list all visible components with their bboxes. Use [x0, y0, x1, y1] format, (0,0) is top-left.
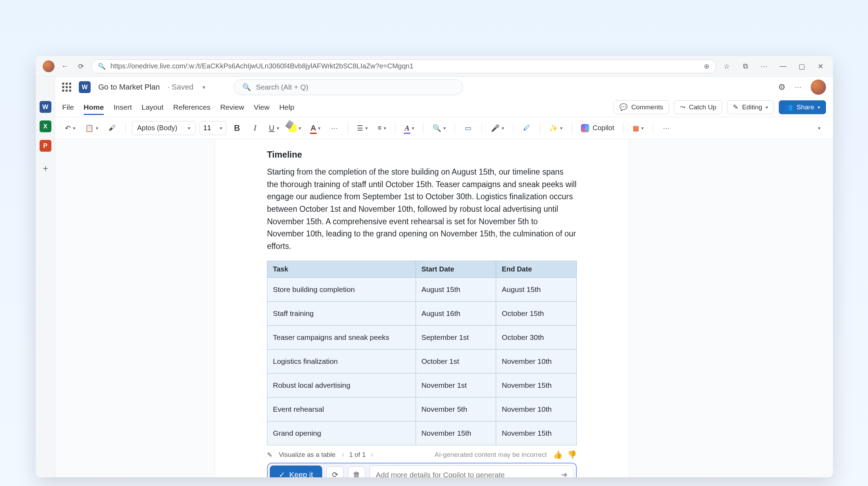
copilot-button[interactable]: Copilot	[578, 121, 617, 135]
chevron-down-icon[interactable]: ▾	[202, 84, 205, 91]
settings-gear-icon[interactable]: ⚙	[778, 82, 786, 92]
document-page[interactable]: Timeline Starting from the completion of…	[215, 139, 629, 477]
thumbs-down-icon[interactable]: 👎	[567, 450, 577, 459]
thumbs-up-icon[interactable]: 👍	[553, 450, 562, 459]
cell-task: Staff training	[267, 302, 416, 326]
undo-button[interactable]: ↶ ▾	[62, 121, 78, 135]
table-row: Store building completionAugust 15thAugu…	[267, 278, 577, 302]
favorite-icon[interactable]: ☆	[721, 61, 732, 72]
menu-references[interactable]: References	[173, 100, 210, 115]
menu-file[interactable]: File	[62, 100, 74, 115]
col-end: End Date	[496, 261, 577, 278]
keep-it-button[interactable]: ✓Keep it	[270, 466, 322, 477]
refresh-button[interactable]: ⟳	[75, 61, 86, 72]
designer-button[interactable]: ✨ ▾	[546, 121, 565, 135]
rail-app-powerpoint[interactable]: P	[40, 140, 51, 152]
visualize-label[interactable]: Visualize as a table	[279, 451, 335, 459]
check-icon: ✓	[279, 470, 285, 477]
menu-view[interactable]: View	[254, 100, 269, 115]
format-painter-button[interactable]: 🖌	[105, 121, 119, 135]
profile-avatar[interactable]	[43, 60, 55, 72]
document-title[interactable]: Go to Market Plan	[98, 83, 160, 92]
dictate-button[interactable]: 🎤 ▾	[488, 121, 507, 135]
cell-end: November 10th	[496, 350, 577, 374]
bold-button[interactable]: B	[230, 121, 244, 135]
url-text: https://onedrive.live.com/:w:/t/EaCKkPs6…	[110, 62, 414, 70]
more-icon[interactable]: ⋯	[759, 61, 770, 72]
cell-start: August 15th	[416, 278, 496, 302]
regenerate-button[interactable]: ⟳	[326, 466, 344, 477]
chevron-down-icon: ▾	[188, 125, 190, 131]
rail-add-app[interactable]: ＋	[40, 162, 51, 174]
address-bar[interactable]: 🔍 https://onedrive.live.com/:w:/t/EaCKkP…	[91, 59, 716, 73]
ribbon-collapse-chevron-icon[interactable]: ▾	[812, 121, 826, 135]
rail-app-excel[interactable]: X	[40, 120, 51, 132]
cell-start: August 16th	[416, 302, 496, 326]
menu-review[interactable]: Review	[220, 100, 244, 115]
find-button[interactable]: 🔍 ▾	[430, 121, 449, 135]
font-size-select[interactable]: 11▾	[200, 121, 226, 135]
next-result-button[interactable]: ›	[370, 450, 373, 459]
cell-start: November 5th	[416, 397, 496, 421]
editing-mode-button[interactable]: ✎Editing▾	[727, 100, 774, 114]
comment-icon: 💬	[619, 103, 628, 111]
more-icon[interactable]: ⋯	[793, 82, 804, 93]
comments-button[interactable]: 💬Comments	[614, 100, 669, 114]
cell-end: November 15th	[496, 421, 577, 445]
save-status: · Saved	[167, 83, 193, 92]
copilot-prompt-box[interactable]: ➜	[369, 466, 574, 477]
app-launcher-icon[interactable]	[62, 83, 71, 92]
maximize-button[interactable]: ▢	[796, 61, 807, 72]
clear-formatting-button[interactable]: A▾	[402, 121, 417, 135]
rail-app-word[interactable]: W	[40, 101, 51, 113]
cell-start: October 1st	[416, 350, 496, 374]
title-bar: W Go to Market Plan · Saved ▾ 🔍 ⚙ ⋯	[55, 77, 833, 98]
discard-button[interactable]: 🗑	[348, 466, 365, 477]
ai-disclaimer: AI-generated content may be incorrect	[435, 451, 547, 459]
paste-button[interactable]: 📋 ▾	[82, 121, 101, 135]
more-commands-button[interactable]: ⋯	[659, 121, 673, 135]
italic-button[interactable]: I	[248, 121, 262, 135]
cell-end: October 30th	[496, 326, 577, 350]
back-button[interactable]: ←	[59, 61, 70, 72]
app-rail: W X P ＋	[36, 77, 55, 477]
user-avatar[interactable]	[811, 79, 826, 95]
font-color-button[interactable]: A▾	[308, 121, 324, 135]
underline-button[interactable]: U▾	[266, 121, 282, 135]
menu-help[interactable]: Help	[279, 100, 294, 115]
collections-icon[interactable]: ⧉	[740, 61, 751, 72]
page-indicator: 1 of 1	[349, 451, 366, 459]
chevron-down-icon: ▾	[220, 125, 222, 131]
cell-task: Robust local advertising	[267, 374, 416, 397]
highlight-color-button[interactable]: ▾	[286, 121, 304, 135]
minimize-button[interactable]: —	[777, 61, 788, 72]
menu-layout[interactable]: Layout	[142, 100, 164, 115]
alignment-button[interactable]: ≡ ▾	[375, 121, 389, 135]
more-font-button[interactable]: ⋯	[327, 121, 341, 135]
close-button[interactable]: ✕	[815, 61, 826, 72]
cell-task: Grand opening	[267, 421, 416, 445]
cell-end: November 10th	[496, 397, 577, 421]
editor-button[interactable]: 🖊	[520, 121, 534, 135]
send-icon[interactable]: ➜	[561, 470, 567, 477]
shield-icon[interactable]: ⊕	[704, 62, 710, 70]
immersive-reader-button[interactable]: ▭	[461, 121, 475, 135]
cell-start: November 1st	[416, 374, 496, 397]
copilot-prompt-input[interactable]	[376, 471, 561, 477]
bullets-button[interactable]: ☰ ▾	[354, 121, 370, 135]
search-box[interactable]: 🔍	[234, 79, 463, 95]
cell-end: August 15th	[496, 278, 577, 302]
table-row: Teaser campaigns and sneak peeksSeptembe…	[267, 326, 577, 350]
ribbon-toolbar: ↶ ▾ 📋 ▾ 🖌 Aptos (Body)▾ 11▾ B I U▾ ▾ A▾ …	[55, 117, 833, 139]
menu-home[interactable]: Home	[84, 100, 104, 115]
font-name-select[interactable]: Aptos (Body)▾	[132, 121, 195, 135]
timeline-table: Task Start Date End Date Store building …	[267, 261, 577, 445]
search-input[interactable]	[256, 83, 454, 91]
cell-task: Teaser campaigns and sneak peeks	[267, 326, 416, 350]
menu-insert[interactable]: Insert	[114, 100, 132, 115]
catch-up-button[interactable]: ⤳Catch Up	[674, 100, 722, 114]
share-button[interactable]: 👥Share▾	[779, 100, 826, 114]
add-ins-button[interactable]: ▦ ▾	[630, 121, 646, 135]
document-canvas: Timeline Starting from the completion of…	[55, 139, 833, 477]
prev-result-button[interactable]: ‹	[342, 450, 344, 459]
